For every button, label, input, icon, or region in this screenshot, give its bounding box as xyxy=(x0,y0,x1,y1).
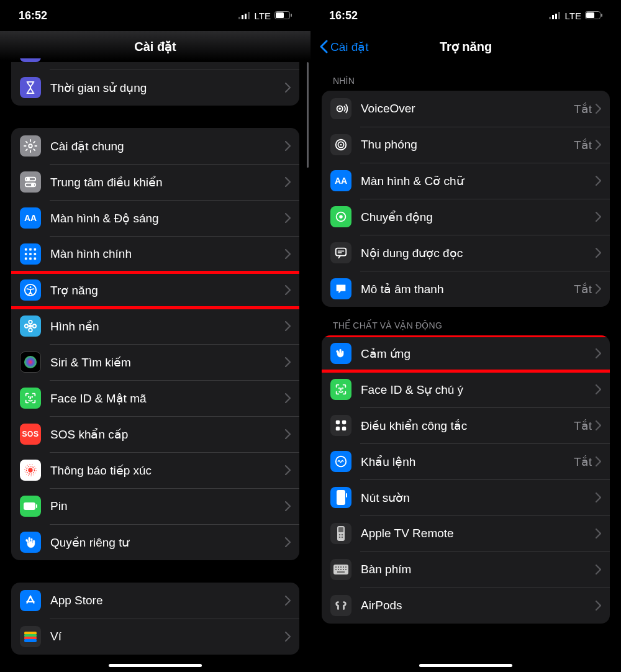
row-focus[interactable]: Tập trung xyxy=(11,58,299,70)
row-sidebutton[interactable]: Nút sườn xyxy=(322,479,610,515)
row-displaytext[interactable]: AAMàn hình & Cỡ chữ xyxy=(322,163,610,199)
row-wallpaper[interactable]: Hình nền xyxy=(11,308,299,344)
chevron-right-icon xyxy=(285,141,291,151)
svg-point-11 xyxy=(32,184,34,186)
signal-icon xyxy=(238,11,251,21)
svg-rect-81 xyxy=(340,569,342,570)
touch-icon xyxy=(330,343,351,364)
svg-rect-34 xyxy=(24,502,35,510)
row-label: Siri & Tìm kiếm xyxy=(50,355,285,370)
status-bar: 16:52 LTE xyxy=(310,0,621,31)
svg-rect-3 xyxy=(248,12,250,19)
row-motion[interactable]: Chuyển động xyxy=(322,199,610,235)
row-general[interactable]: Cài đặt chung xyxy=(11,128,299,164)
row-touch[interactable]: Cảm ứng xyxy=(322,335,610,371)
faceid-icon xyxy=(20,388,41,409)
row-label: Trợ năng xyxy=(50,283,285,297)
row-screentime[interactable]: Thời gian sử dụng xyxy=(11,70,299,106)
row-label: AirPods xyxy=(361,599,596,612)
signal-icon xyxy=(549,11,561,21)
svg-rect-12 xyxy=(25,248,27,251)
svg-rect-1 xyxy=(242,15,243,19)
row-value: Tắt xyxy=(574,419,592,433)
row-audiodesc[interactable]: Mô tả âm thanhTắt xyxy=(322,271,610,307)
settings-group: Cảm ứngFace ID & Sự chú ýĐiều khiển công… xyxy=(322,335,610,624)
row-siri[interactable]: Siri & Tìm kiếm xyxy=(11,344,299,380)
svg-rect-13 xyxy=(29,248,32,251)
row-label: Face ID & Sự chú ý xyxy=(361,383,596,397)
hand-icon xyxy=(20,532,41,553)
row-display[interactable]: AAMàn hình & Độ sáng xyxy=(11,200,299,236)
row-airpods[interactable]: AirPods xyxy=(322,588,610,624)
settings-group-store: App StoreVí xyxy=(11,583,299,655)
row-wallet[interactable]: Ví xyxy=(11,619,299,655)
chevron-right-icon xyxy=(285,393,291,403)
settings-scroll[interactable]: Tập trungThời gian sử dụng Cài đặt chung… xyxy=(0,58,310,668)
row-controlcenter[interactable]: Trung tâm điều khiển xyxy=(11,164,299,200)
row-voiceover[interactable]: VoiceOverTắt xyxy=(322,91,610,127)
chevron-right-icon xyxy=(285,501,291,511)
row-keyboard[interactable]: Bàn phím xyxy=(322,552,610,588)
row-faceatt[interactable]: Face ID & Sự chú ý xyxy=(322,371,610,407)
svg-point-51 xyxy=(340,144,342,146)
row-label: Hình nền xyxy=(50,319,285,334)
svg-point-30 xyxy=(32,397,32,397)
svg-rect-2 xyxy=(245,14,247,19)
voice-icon xyxy=(330,451,351,472)
row-voicectrl[interactable]: Khẩu lệnhTắt xyxy=(322,443,610,479)
chevron-right-icon xyxy=(596,140,601,150)
chevron-right-icon xyxy=(596,176,601,186)
row-privacy[interactable]: Quyền riêng tư xyxy=(11,524,299,560)
chevron-right-icon xyxy=(285,321,291,331)
chevron-right-icon xyxy=(285,537,291,547)
svg-point-53 xyxy=(339,215,343,219)
row-sos[interactable]: SOSSOS khẩn cấp xyxy=(11,416,299,452)
page-title: Trợ năng xyxy=(440,39,492,54)
svg-rect-80 xyxy=(338,569,339,570)
network-label: LTE xyxy=(565,11,581,21)
faceid-icon xyxy=(330,379,351,400)
svg-rect-15 xyxy=(25,253,27,255)
chevron-right-icon xyxy=(596,284,601,294)
svg-rect-83 xyxy=(345,569,347,570)
chevron-right-icon xyxy=(596,493,601,502)
row-exposure[interactable]: Thông báo tiếp xúc xyxy=(11,452,299,488)
home-indicator[interactable] xyxy=(419,664,512,667)
aa-icon: AA xyxy=(20,207,41,229)
row-homescreen[interactable]: Màn hình chính xyxy=(11,236,299,272)
battery-status-icon xyxy=(274,11,292,21)
row-battery[interactable]: Pin xyxy=(11,488,299,524)
settings-group-general: Cài đặt chungTrung tâm điều khiểnAAMàn h… xyxy=(11,128,299,560)
svg-rect-65 xyxy=(337,490,345,505)
chevron-right-icon xyxy=(596,212,601,222)
row-faceid[interactable]: Face ID & Mật mã xyxy=(11,380,299,416)
back-button[interactable]: Cài đặt xyxy=(319,40,369,54)
svg-point-28 xyxy=(24,356,37,368)
accessibility-scroll[interactable]: NHÌNVoiceOverTắtThu phóngTắtAAMàn hình &… xyxy=(310,62,621,672)
row-appstore[interactable]: App Store xyxy=(11,583,299,619)
scroll-indicator[interactable] xyxy=(307,62,309,168)
svg-rect-41 xyxy=(552,15,554,19)
home-indicator[interactable] xyxy=(109,664,202,667)
speech-icon xyxy=(330,242,351,263)
wallet-icon xyxy=(20,626,41,647)
row-accessibility[interactable]: Trợ năng xyxy=(11,272,299,308)
svg-rect-66 xyxy=(346,493,347,497)
row-label: Chuyển động xyxy=(361,210,596,224)
chevron-right-icon xyxy=(596,384,601,394)
exposure-icon xyxy=(20,460,41,481)
svg-rect-42 xyxy=(555,14,557,19)
accessibility-icon xyxy=(20,279,41,301)
svg-point-29 xyxy=(29,397,29,397)
row-switch[interactable]: Điều khiển công tắcTắt xyxy=(322,407,610,443)
svg-rect-14 xyxy=(34,248,37,251)
svg-rect-68 xyxy=(338,527,343,532)
status-time: 16:52 xyxy=(329,9,358,22)
row-appletv[interactable]: Apple TV Remote xyxy=(322,515,610,552)
row-spoken[interactable]: Nội dung được đọc xyxy=(322,235,610,271)
row-label: Thu phóng xyxy=(361,138,574,152)
side-icon xyxy=(330,487,351,508)
row-zoom[interactable]: Thu phóngTắt xyxy=(322,127,610,163)
svg-point-27 xyxy=(33,324,36,328)
row-label: Tập trung xyxy=(50,58,285,59)
